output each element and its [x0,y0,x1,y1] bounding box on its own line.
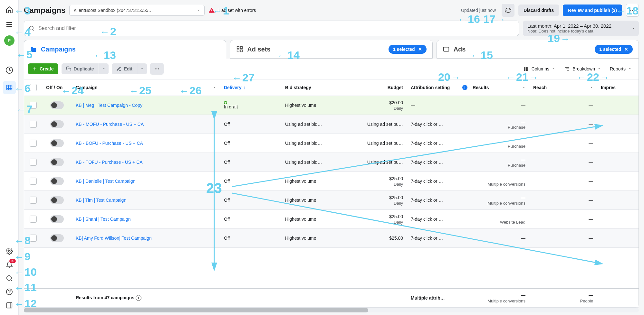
table-row[interactable]: KB| Amy Ford Willson| Test CampaignOffHi… [24,229,639,248]
breakdown-icon [564,66,570,72]
svg-point-33 [158,69,159,69]
selected-pill[interactable]: 1 selected ✕ [595,45,633,54]
selected-pill[interactable]: 1 selected ✕ [389,45,427,54]
row-toggle[interactable] [50,177,64,185]
table-row[interactable]: KB | Meg | Test Campaign - CopyIn draftH… [24,96,639,115]
search-icon [29,25,34,31]
col-bid[interactable]: Bid strategy [281,80,346,95]
row-checkbox[interactable] [30,235,37,242]
menu-icon[interactable] [5,21,13,28]
row-toggle[interactable] [50,234,64,242]
create-button[interactable]: Create [28,63,58,74]
row-toggle[interactable] [50,139,64,147]
svg-rect-24 [240,47,242,49]
row-toggle[interactable] [50,120,64,128]
error-banner[interactable]: 1 ad set with errors [208,7,256,14]
cell-results: — [458,229,529,247]
chevron-down-icon [552,67,555,70]
row-toggle[interactable] [50,215,64,223]
reports-button[interactable]: Reports [607,63,635,74]
table-row[interactable]: KB | Tim | Test CampaignOffHighest volum… [24,191,639,210]
duplicate-dropdown[interactable] [99,63,109,74]
close-icon[interactable]: ✕ [418,47,422,52]
home-icon[interactable] [5,6,13,14]
row-toggle[interactable] [50,196,64,204]
row-checkbox[interactable] [30,216,37,223]
cell-reach: — [529,172,597,190]
campaign-name-link[interactable]: KB | Tim | Test Campaign [76,198,216,203]
columns-button[interactable]: Columns [520,63,558,74]
row-checkbox[interactable] [30,178,37,185]
refresh-button[interactable] [502,4,514,17]
row-toggle[interactable] [50,158,64,166]
row-toggle[interactable] [50,101,64,109]
bell-icon[interactable]: 99 [5,261,13,269]
select-all-checkbox[interactable] [30,84,37,91]
edit-dropdown[interactable] [137,63,147,74]
table-row[interactable]: KB | Shani | Test CampaignOffHighest vol… [24,210,639,229]
more-button[interactable] [626,4,639,17]
avatar[interactable]: P [4,35,14,46]
search-input[interactable] [24,21,519,36]
col-offon[interactable]: Off / On [42,80,72,95]
cell-reach: — [529,210,597,228]
col-impressions[interactable]: Impres [597,80,629,95]
row-checkbox[interactable] [30,140,37,147]
row-checkbox[interactable] [30,197,37,204]
table-row[interactable]: KB - MOFU - Purchase - US + CAOffUsing a… [24,115,639,134]
dashboard-icon[interactable] [5,66,13,74]
warning-icon [208,7,215,14]
publish-button[interactable]: Review and publish (3) [563,5,622,16]
cell-results: —Purchase [458,153,529,171]
date-range-picker[interactable]: Last month: Apr 1, 2022 – Apr 30, 2022 N… [523,21,639,36]
info-icon[interactable]: i [136,295,141,301]
campaign-name-link[interactable]: KB | Danielle | Test Campaign [76,179,216,184]
campaign-name-link[interactable]: KB - MOFU - Purchase - US + CA [76,122,216,127]
svg-point-32 [157,69,158,69]
gear-icon[interactable] [5,247,13,255]
table-row[interactable]: KB | Danielle | Test CampaignOffHighest … [24,172,639,191]
duplicate-button[interactable]: Duplicate [62,63,99,74]
campaign-name-link[interactable]: KB | Meg | Test Campaign - Copy [76,103,216,108]
tab-ads[interactable]: Ads 1 selected ✕ [437,40,639,59]
help-icon[interactable] [5,288,13,296]
horizontal-scrollbar[interactable] [24,308,639,312]
footer-attrib: Multiple attrib… [407,289,458,307]
close-icon[interactable]: ✕ [624,47,628,52]
account-select[interactable]: KlientBoost Sandbox (204737315555… [69,5,205,16]
campaign-name-link[interactable]: KB | Shani | Test Campaign [76,217,216,222]
col-attrib[interactable]: Attribution setting [407,80,458,95]
breakdown-button[interactable]: Breakdown [561,63,604,74]
row-checkbox[interactable] [30,159,37,166]
pencil-icon [116,66,121,71]
campaign-name-link[interactable]: KB - BOFU - Purchase - US + CA [76,141,216,146]
cell-attrib: — [407,96,458,115]
tab-campaigns[interactable]: Campaigns [24,40,226,59]
col-reach[interactable]: Reach [529,80,597,95]
discard-button[interactable]: Discard drafts [518,5,559,16]
tab-adsets[interactable]: Ad sets 1 selected ✕ [230,40,432,59]
table-row[interactable]: KB - TOFU - Purchase - US + CAOffUsing a… [24,153,639,172]
col-results[interactable]: i Results [458,80,529,95]
col-delivery[interactable]: Delivery ↑ [220,80,281,95]
cell-reach: — [529,115,597,134]
campaign-name-link[interactable]: KB| Amy Ford Willson| Test Campaign [76,236,216,241]
cell-budget: Using ad set bu… [346,134,407,153]
svg-rect-25 [237,50,239,52]
more-actions-button[interactable] [150,63,164,75]
col-campaign[interactable]: Campaign [72,80,220,95]
table-icon[interactable] [3,81,16,94]
row-checkbox[interactable] [30,102,37,109]
search-icon[interactable] [5,274,13,282]
left-nav: P 99 [0,0,19,315]
svg-rect-26 [240,50,242,52]
col-budget[interactable]: Budget [346,80,407,95]
chevron-down-icon [628,67,631,70]
panel-icon[interactable] [5,301,13,309]
table-row[interactable]: KB - BOFU - Purchase - US + CAOffUsing a… [24,134,639,153]
row-checkbox[interactable] [30,121,37,128]
edit-button[interactable]: Edit [112,63,137,74]
columns-icon [523,66,529,72]
campaign-name-link[interactable]: KB - TOFU - Purchase - US + CA [76,160,216,165]
cell-attrib: 7-day click or … [407,172,458,190]
